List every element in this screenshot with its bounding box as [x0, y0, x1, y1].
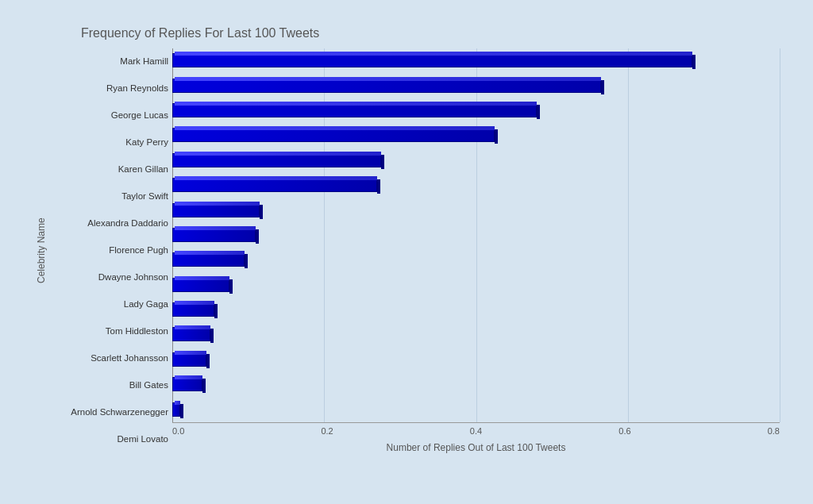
bar-row: [172, 198, 780, 222]
bar-row: [172, 74, 780, 98]
bar-row: [172, 248, 780, 271]
bar-row: [172, 123, 780, 147]
y-name-label: Arnold Schwarzenegger: [49, 401, 168, 425]
bar-3d: [172, 226, 256, 244]
bar-row: [172, 348, 780, 371]
bar-3d: [172, 276, 229, 294]
y-name-label: Lady Gaga: [49, 293, 168, 317]
bar-row: [172, 372, 780, 396]
grid-line: [780, 48, 780, 422]
bar-3d: [172, 202, 260, 219]
x-tick: 0.4: [470, 426, 482, 436]
y-name-label: Dwayne Johnson: [49, 266, 168, 290]
bar-3d: [172, 401, 180, 418]
y-name-label: Tom Hiddleston: [49, 320, 168, 344]
y-name-label: Scarlett Johansson: [49, 347, 168, 371]
bars-wrapper: [172, 48, 780, 422]
bar-3d: [172, 251, 245, 268]
y-name-label: Demi Lovato: [49, 428, 168, 452]
bar-row: [172, 298, 780, 321]
bar-row: [172, 223, 780, 247]
bar-row: [172, 98, 780, 122]
bar-row: [172, 322, 780, 346]
bar-row: [172, 398, 780, 421]
bar-row: [172, 273, 780, 297]
y-name-label: Mark Hamill: [49, 50, 168, 74]
y-name-label: Bill Gates: [49, 374, 168, 398]
x-tick: 0.2: [321, 426, 333, 436]
x-tick: 0.0: [172, 426, 184, 436]
bars-and-grid: 0.00.20.40.60.8 Number of Replies Out of…: [172, 48, 780, 453]
chart-container: Frequency of Replies For Last 100 Tweets…: [17, 10, 796, 494]
bar-3d: [172, 152, 381, 169]
y-name-label: Katy Perry: [49, 131, 168, 155]
bar-3d: [172, 325, 210, 343]
bar-3d: [172, 102, 537, 119]
bar-3d: [172, 176, 377, 194]
x-axis-label: Number of Replies Out of Last 100 Tweets: [172, 442, 780, 453]
bar-3d: [172, 52, 692, 69]
bar-row: [172, 148, 780, 172]
y-name-label: George Lucas: [49, 104, 168, 128]
bar-3d: [172, 351, 206, 368]
bar-3d: [172, 375, 202, 393]
x-axis: 0.00.20.40.60.8: [172, 422, 780, 436]
y-axis-label: Celebrity Name: [33, 48, 49, 453]
y-name-label: Karen Gillan: [49, 158, 168, 182]
bar-3d: [172, 301, 214, 318]
y-name-label: Alexandra Daddario: [49, 212, 168, 236]
chart-title: Frequency of Replies For Last 100 Tweets: [81, 26, 780, 40]
y-names-column: Mark HamillRyan ReynoldsGeorge LucasKaty…: [49, 48, 172, 453]
y-name-label: Taylor Swift: [49, 185, 168, 209]
bar-3d: [172, 77, 601, 94]
x-tick: 0.8: [768, 426, 780, 436]
bar-row: [172, 173, 780, 197]
x-tick: 0.6: [618, 426, 630, 436]
bar-3d: [172, 126, 495, 144]
bar-row: [172, 48, 780, 72]
y-name-label: Florence Pugh: [49, 239, 168, 263]
y-name-label: Ryan Reynolds: [49, 77, 168, 101]
